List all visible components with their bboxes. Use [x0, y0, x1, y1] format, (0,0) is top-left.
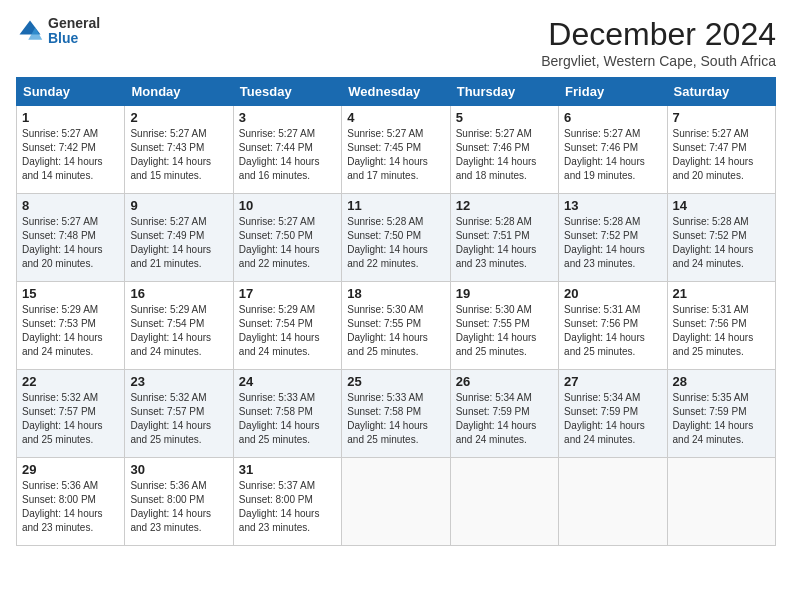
day-info: Sunrise: 5:36 AMSunset: 8:00 PMDaylight:… — [22, 480, 103, 533]
calendar-cell — [559, 458, 667, 546]
calendar-cell: 16 Sunrise: 5:29 AMSunset: 7:54 PMDaylig… — [125, 282, 233, 370]
day-info: Sunrise: 5:27 AMSunset: 7:42 PMDaylight:… — [22, 128, 103, 181]
logo-text: General Blue — [48, 16, 100, 47]
header-thursday: Thursday — [450, 78, 558, 106]
calendar-cell: 18 Sunrise: 5:30 AMSunset: 7:55 PMDaylig… — [342, 282, 450, 370]
day-info: Sunrise: 5:27 AMSunset: 7:49 PMDaylight:… — [130, 216, 211, 269]
title-area: December 2024 Bergvliet, Western Cape, S… — [541, 16, 776, 69]
day-number: 17 — [239, 286, 336, 301]
day-number: 8 — [22, 198, 119, 213]
day-info: Sunrise: 5:29 AMSunset: 7:53 PMDaylight:… — [22, 304, 103, 357]
calendar-cell: 12 Sunrise: 5:28 AMSunset: 7:51 PMDaylig… — [450, 194, 558, 282]
day-number: 7 — [673, 110, 770, 125]
day-info: Sunrise: 5:27 AMSunset: 7:45 PMDaylight:… — [347, 128, 428, 181]
day-info: Sunrise: 5:30 AMSunset: 7:55 PMDaylight:… — [456, 304, 537, 357]
day-info: Sunrise: 5:33 AMSunset: 7:58 PMDaylight:… — [347, 392, 428, 445]
day-info: Sunrise: 5:32 AMSunset: 7:57 PMDaylight:… — [22, 392, 103, 445]
logo-general: General — [48, 16, 100, 31]
day-number: 30 — [130, 462, 227, 477]
day-info: Sunrise: 5:37 AMSunset: 8:00 PMDaylight:… — [239, 480, 320, 533]
day-info: Sunrise: 5:27 AMSunset: 7:48 PMDaylight:… — [22, 216, 103, 269]
header-saturday: Saturday — [667, 78, 775, 106]
calendar-cell: 11 Sunrise: 5:28 AMSunset: 7:50 PMDaylig… — [342, 194, 450, 282]
day-number: 4 — [347, 110, 444, 125]
day-info: Sunrise: 5:31 AMSunset: 7:56 PMDaylight:… — [564, 304, 645, 357]
day-info: Sunrise: 5:27 AMSunset: 7:46 PMDaylight:… — [456, 128, 537, 181]
day-number: 20 — [564, 286, 661, 301]
week-row-4: 22 Sunrise: 5:32 AMSunset: 7:57 PMDaylig… — [17, 370, 776, 458]
day-number: 6 — [564, 110, 661, 125]
day-number: 11 — [347, 198, 444, 213]
day-number: 23 — [130, 374, 227, 389]
day-info: Sunrise: 5:35 AMSunset: 7:59 PMDaylight:… — [673, 392, 754, 445]
day-number: 2 — [130, 110, 227, 125]
calendar-cell: 29 Sunrise: 5:36 AMSunset: 8:00 PMDaylig… — [17, 458, 125, 546]
day-number: 15 — [22, 286, 119, 301]
calendar-cell: 8 Sunrise: 5:27 AMSunset: 7:48 PMDayligh… — [17, 194, 125, 282]
week-row-3: 15 Sunrise: 5:29 AMSunset: 7:53 PMDaylig… — [17, 282, 776, 370]
day-info: Sunrise: 5:27 AMSunset: 7:44 PMDaylight:… — [239, 128, 320, 181]
logo-icon — [16, 17, 44, 45]
header-wednesday: Wednesday — [342, 78, 450, 106]
day-info: Sunrise: 5:27 AMSunset: 7:47 PMDaylight:… — [673, 128, 754, 181]
day-number: 25 — [347, 374, 444, 389]
day-number: 18 — [347, 286, 444, 301]
logo: General Blue — [16, 16, 100, 47]
month-title: December 2024 — [541, 16, 776, 53]
header-friday: Friday — [559, 78, 667, 106]
location: Bergvliet, Western Cape, South Africa — [541, 53, 776, 69]
week-row-5: 29 Sunrise: 5:36 AMSunset: 8:00 PMDaylig… — [17, 458, 776, 546]
calendar-cell: 2 Sunrise: 5:27 AMSunset: 7:43 PMDayligh… — [125, 106, 233, 194]
calendar-cell: 13 Sunrise: 5:28 AMSunset: 7:52 PMDaylig… — [559, 194, 667, 282]
calendar-cell: 23 Sunrise: 5:32 AMSunset: 7:57 PMDaylig… — [125, 370, 233, 458]
calendar-cell: 10 Sunrise: 5:27 AMSunset: 7:50 PMDaylig… — [233, 194, 341, 282]
page-header: General Blue December 2024 Bergvliet, We… — [16, 16, 776, 69]
day-info: Sunrise: 5:32 AMSunset: 7:57 PMDaylight:… — [130, 392, 211, 445]
calendar-cell: 9 Sunrise: 5:27 AMSunset: 7:49 PMDayligh… — [125, 194, 233, 282]
calendar-cell: 21 Sunrise: 5:31 AMSunset: 7:56 PMDaylig… — [667, 282, 775, 370]
day-info: Sunrise: 5:30 AMSunset: 7:55 PMDaylight:… — [347, 304, 428, 357]
day-info: Sunrise: 5:34 AMSunset: 7:59 PMDaylight:… — [456, 392, 537, 445]
day-number: 24 — [239, 374, 336, 389]
day-number: 16 — [130, 286, 227, 301]
week-row-1: 1 Sunrise: 5:27 AMSunset: 7:42 PMDayligh… — [17, 106, 776, 194]
day-number: 27 — [564, 374, 661, 389]
header-sunday: Sunday — [17, 78, 125, 106]
calendar-cell: 30 Sunrise: 5:36 AMSunset: 8:00 PMDaylig… — [125, 458, 233, 546]
day-number: 31 — [239, 462, 336, 477]
calendar-cell — [450, 458, 558, 546]
day-info: Sunrise: 5:29 AMSunset: 7:54 PMDaylight:… — [130, 304, 211, 357]
day-number: 5 — [456, 110, 553, 125]
day-number: 21 — [673, 286, 770, 301]
calendar-cell — [667, 458, 775, 546]
day-info: Sunrise: 5:28 AMSunset: 7:52 PMDaylight:… — [564, 216, 645, 269]
calendar-cell: 25 Sunrise: 5:33 AMSunset: 7:58 PMDaylig… — [342, 370, 450, 458]
day-info: Sunrise: 5:29 AMSunset: 7:54 PMDaylight:… — [239, 304, 320, 357]
calendar-cell: 22 Sunrise: 5:32 AMSunset: 7:57 PMDaylig… — [17, 370, 125, 458]
day-number: 29 — [22, 462, 119, 477]
calendar-cell: 20 Sunrise: 5:31 AMSunset: 7:56 PMDaylig… — [559, 282, 667, 370]
calendar-cell: 17 Sunrise: 5:29 AMSunset: 7:54 PMDaylig… — [233, 282, 341, 370]
calendar-cell: 5 Sunrise: 5:27 AMSunset: 7:46 PMDayligh… — [450, 106, 558, 194]
day-info: Sunrise: 5:27 AMSunset: 7:43 PMDaylight:… — [130, 128, 211, 181]
day-info: Sunrise: 5:27 AMSunset: 7:46 PMDaylight:… — [564, 128, 645, 181]
day-info: Sunrise: 5:28 AMSunset: 7:51 PMDaylight:… — [456, 216, 537, 269]
calendar-cell: 26 Sunrise: 5:34 AMSunset: 7:59 PMDaylig… — [450, 370, 558, 458]
calendar-cell: 31 Sunrise: 5:37 AMSunset: 8:00 PMDaylig… — [233, 458, 341, 546]
header-monday: Monday — [125, 78, 233, 106]
day-info: Sunrise: 5:27 AMSunset: 7:50 PMDaylight:… — [239, 216, 320, 269]
day-number: 3 — [239, 110, 336, 125]
calendar-cell: 28 Sunrise: 5:35 AMSunset: 7:59 PMDaylig… — [667, 370, 775, 458]
header-tuesday: Tuesday — [233, 78, 341, 106]
calendar-cell: 19 Sunrise: 5:30 AMSunset: 7:55 PMDaylig… — [450, 282, 558, 370]
calendar-header-row: SundayMondayTuesdayWednesdayThursdayFrid… — [17, 78, 776, 106]
calendar-cell: 24 Sunrise: 5:33 AMSunset: 7:58 PMDaylig… — [233, 370, 341, 458]
calendar-cell — [342, 458, 450, 546]
calendar-cell: 15 Sunrise: 5:29 AMSunset: 7:53 PMDaylig… — [17, 282, 125, 370]
calendar-cell: 7 Sunrise: 5:27 AMSunset: 7:47 PMDayligh… — [667, 106, 775, 194]
day-number: 14 — [673, 198, 770, 213]
calendar-table: SundayMondayTuesdayWednesdayThursdayFrid… — [16, 77, 776, 546]
week-row-2: 8 Sunrise: 5:27 AMSunset: 7:48 PMDayligh… — [17, 194, 776, 282]
day-number: 19 — [456, 286, 553, 301]
day-info: Sunrise: 5:33 AMSunset: 7:58 PMDaylight:… — [239, 392, 320, 445]
